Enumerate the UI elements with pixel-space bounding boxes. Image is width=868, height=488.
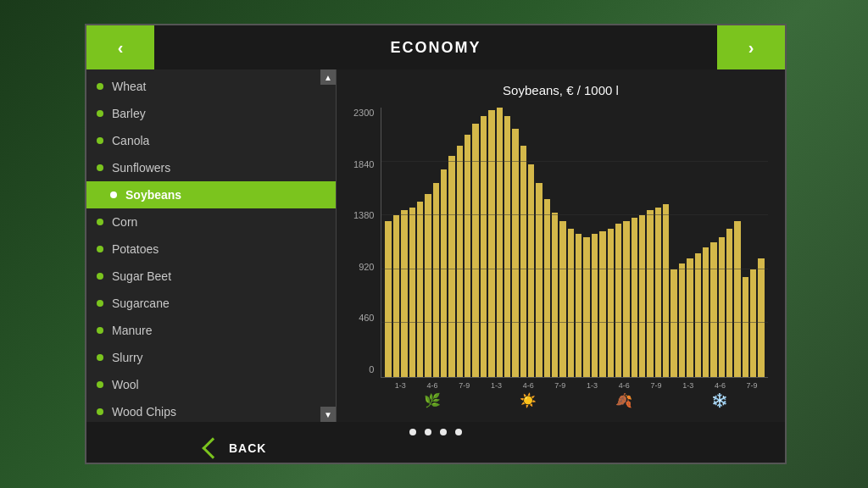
- sidebar-item-wool[interactable]: Wool: [86, 371, 336, 398]
- y-axis-label: 1840: [353, 159, 374, 169]
- prev-button[interactable]: ‹: [86, 25, 154, 69]
- bar: [743, 277, 748, 377]
- chart-area: Soybeans, € / 1000 l 2300184013809204600…: [337, 69, 785, 422]
- season-group: 1-34-67-9🌿: [384, 381, 480, 408]
- bar: [687, 258, 693, 377]
- season-icon: ☀️: [520, 392, 537, 408]
- y-axis: 2300184013809204600: [353, 108, 381, 408]
- bar: [536, 183, 542, 377]
- bar: [401, 210, 407, 377]
- dot-icon: [97, 219, 103, 225]
- prev-icon: ‹: [118, 38, 124, 58]
- chart-inner: 1-34-67-9🌿1-34-67-9☀️1-34-67-9🍂1-34-67-9…: [381, 108, 768, 408]
- next-icon: ›: [748, 38, 754, 58]
- x-axis: 1-34-67-9🌿1-34-67-9☀️1-34-67-9🍂1-34-67-9…: [381, 381, 768, 408]
- sidebar-item-slurry[interactable]: Slurry: [86, 344, 336, 371]
- page-dot[interactable]: [455, 429, 462, 435]
- dot-icon: [97, 110, 103, 117]
- season-icon: ❄️: [711, 392, 728, 408]
- bar: [632, 218, 637, 377]
- tick-label: 7-9: [459, 381, 470, 390]
- y-axis-label: 920: [353, 262, 374, 272]
- bar: [544, 199, 550, 377]
- sidebar-item-sugarcane[interactable]: Sugarcane: [86, 290, 336, 317]
- tick-label: 4-6: [427, 381, 438, 390]
- y-axis-label: 1380: [353, 210, 374, 220]
- dot-icon: [97, 381, 103, 388]
- bar: [592, 234, 598, 377]
- tick-label: 4-6: [523, 381, 534, 390]
- sidebar-item-label: Slurry: [112, 351, 143, 364]
- sidebar-item-wheat[interactable]: Wheat: [86, 73, 336, 100]
- page-dot[interactable]: [425, 429, 431, 435]
- sidebar-item-label: Sugar Beet: [112, 269, 171, 283]
- bar: [695, 253, 701, 377]
- dot-icon: [97, 300, 103, 307]
- bars-area: [381, 108, 768, 378]
- footer: BACK: [86, 422, 785, 463]
- bar: [719, 237, 725, 377]
- sidebar-item-label: Corn: [112, 215, 137, 229]
- bar: [559, 221, 565, 377]
- bar: [758, 258, 764, 377]
- bar: [670, 269, 676, 377]
- bar: [639, 215, 645, 377]
- page-dot[interactable]: [409, 429, 416, 435]
- sidebar-item-label: Soybeans: [125, 188, 181, 202]
- sidebar-item-barley[interactable]: Barley: [86, 100, 336, 127]
- bar: [623, 221, 629, 377]
- sidebar-item-corn[interactable]: Corn: [86, 208, 336, 236]
- tick-label: 7-9: [650, 381, 661, 390]
- sidebar-item-manure[interactable]: Manure: [86, 317, 336, 344]
- sidebar-item-sugar-beet[interactable]: Sugar Beet: [86, 263, 336, 290]
- bar: [497, 108, 503, 377]
- sidebar-item-potatoes[interactable]: Potatoes: [86, 236, 336, 263]
- bar: [703, 247, 709, 377]
- bar: [663, 204, 669, 377]
- bar: [512, 129, 518, 377]
- sidebar-item-canola[interactable]: Canola: [86, 127, 336, 154]
- main-window: ‹ ECONOMY › ▲ WheatBarleyCanolaSunflower…: [85, 24, 787, 464]
- scroll-down-arrow[interactable]: ▼: [320, 407, 336, 422]
- bar: [465, 135, 470, 377]
- bar: [393, 215, 399, 377]
- sidebar-item-sunflowers[interactable]: Sunflowers: [86, 154, 336, 181]
- sidebar-item-soybeans[interactable]: Soybeans: [86, 181, 336, 208]
- sidebar-item-wood-chips[interactable]: Wood Chips: [86, 398, 336, 422]
- dot-icon: [97, 137, 103, 144]
- scroll-up-arrow[interactable]: ▲: [320, 69, 336, 85]
- bar: [710, 242, 716, 377]
- bar: [472, 124, 478, 377]
- bar: [488, 110, 494, 377]
- y-axis-label: 460: [353, 313, 374, 323]
- page-dot[interactable]: [440, 429, 447, 435]
- bar: [655, 208, 661, 377]
- back-button[interactable]: BACK: [205, 441, 266, 456]
- page-dots: [409, 429, 462, 435]
- season-icon: 🌿: [424, 392, 441, 408]
- next-button[interactable]: ›: [717, 25, 785, 69]
- tick-label: 4-6: [619, 381, 630, 390]
- bar: [457, 146, 463, 377]
- sidebar-item-label: Sugarcane: [112, 297, 170, 310]
- sidebar-item-label: Wood Chips: [112, 405, 176, 419]
- sidebar-item-label: Sunflowers: [112, 161, 170, 175]
- tick-label: 4-6: [715, 381, 726, 390]
- bar: [608, 229, 614, 377]
- bar: [425, 194, 431, 377]
- back-label: BACK: [229, 441, 266, 455]
- dot-icon: [97, 83, 103, 90]
- sidebar-list: WheatBarleyCanolaSunflowersSoybeansCornP…: [86, 69, 336, 422]
- y-axis-label: 2300: [353, 108, 374, 118]
- bar: [481, 116, 487, 377]
- bar: [615, 224, 621, 377]
- bar: [385, 221, 391, 377]
- season-group: 1-34-67-9☀️: [481, 381, 576, 408]
- bar: [679, 263, 685, 377]
- bar: [750, 269, 756, 377]
- bar: [583, 237, 589, 377]
- sidebar-item-label: Wool: [112, 378, 139, 391]
- chart-container: 2300184013809204600 1-34-67-9🌿1-34-67-9☀…: [353, 108, 768, 408]
- sidebar-item-label: Barley: [112, 107, 146, 120]
- season-icon: 🍂: [615, 392, 632, 408]
